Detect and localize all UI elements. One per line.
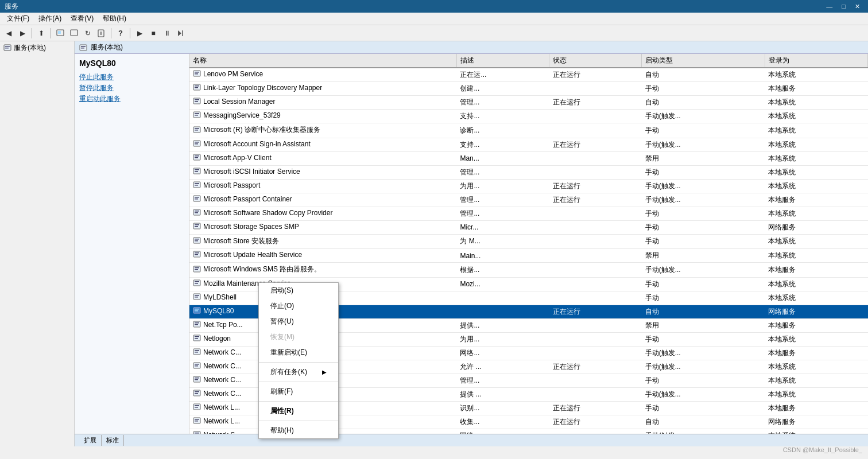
pause-service-link[interactable]: 暂停此服务 — [79, 83, 184, 93]
svg-rect-74 — [195, 338, 198, 339]
context-menu-item-pause[interactable]: 暂停(U) — [259, 314, 338, 329]
svg-rect-53 — [195, 240, 198, 242]
col-desc[interactable]: 描述 — [456, 54, 549, 68]
menu-view[interactable]: 查看(V) — [66, 13, 98, 25]
table-row[interactable]: Microsoft Windows SMS 路由器服务。 根据... 手动(触发… — [189, 263, 868, 278]
cell-loginas: 本地系统 — [765, 234, 867, 249]
cell-status — [549, 318, 642, 332]
toolbar-sep-3 — [111, 28, 111, 38]
show-button[interactable] — [54, 27, 67, 40]
cell-desc: 为 M... — [456, 234, 549, 249]
stop-service-link[interactable]: 停止此服务 — [79, 72, 184, 82]
table-row[interactable]: Microsoft (R) 诊断中心标准收集器服务 诊断... 手动 本地系统 — [189, 123, 868, 138]
svg-rect-62 — [195, 283, 198, 284]
cell-loginas: 本地服务 — [765, 346, 867, 360]
status-tab-extended[interactable]: 扩展 — [79, 435, 102, 446]
svg-rect-37 — [195, 169, 199, 170]
col-starttype[interactable]: 启动类型 — [642, 54, 765, 68]
table-row[interactable]: Lenovo PM Service 正在运... 正在运行 自动 本地系统 — [189, 68, 868, 82]
context-menu-item-stop[interactable]: 停止(O) — [259, 298, 338, 314]
tree-node-services[interactable]: 服务(本地) — [0, 41, 74, 55]
cell-loginas: 本地系统 — [765, 123, 867, 138]
svg-rect-44 — [195, 199, 198, 200]
stop-service-button[interactable]: ■ — [147, 27, 160, 40]
content-area: MySQL80 停止此服务 暂停此服务 重启动此服务 名称 描述 状态 启动类型… — [75, 54, 868, 434]
tree-label: 服务(本地) — [14, 43, 46, 53]
cell-loginas: 本地系统 — [765, 291, 867, 305]
cell-desc: 管理... — [456, 193, 549, 207]
svg-rect-26 — [195, 115, 198, 116]
table-row[interactable]: Microsoft App-V Client Man... 禁用 本地系统 — [189, 151, 868, 165]
watermark: CSDN @Make_It_Possible_ — [783, 446, 862, 453]
cell-desc: 支持... — [456, 110, 549, 123]
status-tab-standard[interactable]: 标准 — [102, 435, 124, 446]
export-button[interactable] — [95, 27, 108, 40]
cell-status — [549, 277, 642, 291]
col-status[interactable]: 状态 — [549, 54, 642, 68]
menu-help[interactable]: 帮助(H) — [98, 13, 131, 25]
context-menu-item-help[interactable]: 帮助(H) — [259, 423, 338, 438]
up-button[interactable]: ⬆ — [35, 27, 48, 40]
col-loginas[interactable]: 登录为 — [765, 54, 867, 68]
cell-desc: 管理... — [456, 96, 549, 110]
cell-desc: 提供... — [456, 318, 549, 332]
cell-status: 正在运行 — [549, 68, 642, 82]
cell-starttype: 手动 — [642, 82, 765, 96]
table-row[interactable]: Microsoft Storage Spaces SMP Micr... 手动 … — [189, 220, 868, 234]
cell-desc: 网络... — [456, 429, 549, 434]
table-row[interactable]: Microsoft Store 安装服务 为 M... 手动 本地系统 — [189, 234, 868, 249]
back-button[interactable]: ◀ — [2, 27, 15, 40]
restart-service-link[interactable]: 重启动此服务 — [79, 94, 184, 104]
svg-rect-71 — [195, 324, 198, 325]
cell-loginas: 本地服务 — [765, 263, 867, 278]
svg-rect-17 — [195, 73, 198, 75]
svg-rect-65 — [195, 297, 198, 298]
menu-action[interactable]: 操作(A) — [34, 13, 66, 25]
toolbar-sep-4 — [130, 28, 130, 38]
hide-button[interactable] — [68, 27, 80, 40]
selected-service-name: MySQL80 — [79, 59, 184, 68]
context-menu-item-restart[interactable]: 重新启动(E) — [259, 345, 338, 360]
svg-rect-79 — [195, 364, 199, 365]
pause-service-button[interactable]: ⏸ — [161, 27, 173, 40]
svg-rect-25 — [195, 113, 199, 114]
cell-loginas: 本地服务 — [765, 82, 867, 96]
table-row[interactable]: Microsoft Passport 为用... 正在运行 手动(触发... 本… — [189, 179, 868, 193]
close-button[interactable]: ✕ — [851, 3, 863, 10]
refresh-button[interactable]: ↻ — [82, 27, 94, 40]
toolbar-sep-2 — [51, 28, 51, 38]
svg-rect-2 — [71, 30, 78, 36]
cell-starttype: 手动 — [642, 332, 765, 346]
title-bar-text: 服务 — [5, 2, 823, 11]
svg-rect-61 — [195, 281, 199, 282]
main-container: 服务(本地) 服务(本地) MySQL80 停止此服务 暂停此服务 重启动此服务 — [0, 41, 868, 446]
help-button[interactable]: ? — [114, 27, 127, 40]
table-row[interactable]: Microsoft Software Shadow Copy Provider … — [189, 207, 868, 220]
context-menu-item-props[interactable]: 属性(R) — [259, 403, 338, 419]
menu-file[interactable]: 文件(F) — [2, 13, 34, 25]
cell-desc: Man... — [456, 151, 549, 165]
table-row[interactable]: Microsoft Account Sign-in Assistant 支持..… — [189, 138, 868, 151]
table-row[interactable]: Microsoft Update Health Service Main... … — [189, 249, 868, 263]
cell-status: 正在运行 — [549, 193, 642, 207]
svg-rect-22 — [195, 99, 199, 100]
svg-rect-38 — [195, 171, 198, 172]
table-row[interactable]: MessagingService_53f29 支持... 手动(触发... 本地… — [189, 110, 868, 123]
cell-name: Microsoft Store 安装服务 — [189, 234, 456, 249]
maximize-button[interactable]: □ — [838, 3, 849, 10]
svg-rect-20 — [195, 87, 198, 88]
start-service-button[interactable]: ▶ — [133, 27, 146, 40]
col-name[interactable]: 名称 — [189, 54, 456, 68]
table-row[interactable]: Link-Layer Topology Discovery Mapper 创建.… — [189, 82, 868, 96]
cell-starttype: 手动 — [642, 374, 765, 387]
context-menu-item-refresh[interactable]: 刷新(F) — [259, 384, 338, 399]
minimize-button[interactable]: — — [823, 3, 836, 10]
table-row[interactable]: Microsoft iSCSI Initiator Service 管理... … — [189, 165, 868, 179]
forward-button[interactable]: ▶ — [16, 27, 29, 40]
resume-service-button[interactable] — [175, 27, 187, 40]
cell-loginas: 本地系统 — [765, 68, 867, 82]
context-menu-item-alltasks[interactable]: 所有任务(K)▶ — [259, 364, 338, 380]
table-row[interactable]: Microsoft Passport Container 管理... 正在运行 … — [189, 193, 868, 207]
table-row[interactable]: Local Session Manager 管理... 正在运行 自动 本地系统 — [189, 96, 868, 110]
context-menu-item-start[interactable]: 启动(S) — [259, 283, 338, 298]
